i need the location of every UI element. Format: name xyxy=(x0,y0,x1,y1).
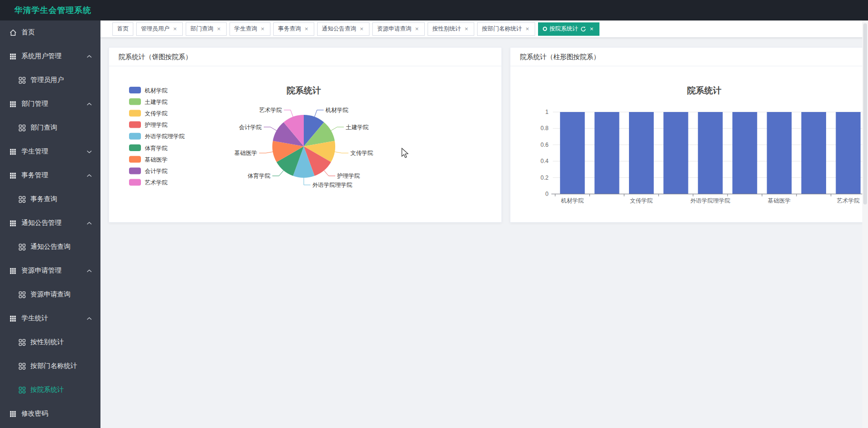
sidebar-item-label: 首页 xyxy=(21,28,100,37)
sidebar-item-system-user-management[interactable]: 系统用户管理 xyxy=(0,44,100,68)
tab-stats-by-gender[interactable]: 按性别统计× xyxy=(428,22,474,36)
grid-icon xyxy=(10,315,17,322)
grid-icon xyxy=(10,101,17,108)
pie-slice-label: 土建学院 xyxy=(346,124,369,131)
sidebar-item-notice-query[interactable]: 通知公告查询 xyxy=(0,235,100,259)
sidebar-item-label: 管理员用户 xyxy=(30,76,100,84)
bar[interactable] xyxy=(560,112,585,194)
bar[interactable] xyxy=(595,112,619,194)
bar[interactable] xyxy=(836,112,860,194)
tab-department-query[interactable]: 部门查询× xyxy=(186,22,227,36)
sidebar-item-label: 学生管理 xyxy=(21,147,87,156)
chevron-up-icon xyxy=(87,174,92,177)
tab-close-icon[interactable]: × xyxy=(259,26,266,32)
bar[interactable] xyxy=(698,112,723,194)
pie-slice-label: 会计学院 xyxy=(239,124,262,131)
pie-legend-item[interactable]: 体育学院 xyxy=(129,144,168,152)
bar[interactable] xyxy=(801,112,826,194)
svg-text:体育学院: 体育学院 xyxy=(145,145,168,152)
tab-label: 部门查询 xyxy=(190,25,213,33)
tab-close-icon[interactable]: × xyxy=(303,26,309,32)
pie-slice-label: 外语学院理学院 xyxy=(312,182,352,188)
pie-slice-label: 基础医学 xyxy=(234,150,257,156)
vertical-scrollbar[interactable] xyxy=(862,20,868,428)
sidebar-item-department-query[interactable]: 部门查询 xyxy=(0,116,100,140)
sidebar-item-home[interactable]: 首页 xyxy=(0,20,100,44)
tab-student-query[interactable]: 学生查询× xyxy=(229,22,270,36)
bar[interactable] xyxy=(767,112,792,194)
tab-close-icon[interactable]: × xyxy=(216,26,222,32)
tab-home[interactable]: 首页 xyxy=(112,22,133,36)
pie-chart[interactable]: 院系统计机材学院土建学院文传学院护理学院外语学院理学院体育学院基础医学会计学院艺… xyxy=(109,66,500,222)
grid-icon xyxy=(10,410,17,418)
sidebar-item-change-password[interactable]: 修改密码 xyxy=(0,402,100,426)
bar-x-tick-label: 艺术学院 xyxy=(837,197,859,204)
sidebar-item-label: 部门管理 xyxy=(21,100,87,108)
bar-y-tick-label: 0.2 xyxy=(540,174,549,181)
bar-y-tick-label: 1 xyxy=(545,109,549,115)
tab-admin-users[interactable]: 管理员用户× xyxy=(136,22,183,36)
sidebar-item-admin-users[interactable]: 管理员用户 xyxy=(0,68,100,92)
bar-x-tick-label: 外语学院理学院 xyxy=(690,197,730,204)
sidebar-item-stats-by-gender[interactable]: 按性别统计 xyxy=(0,330,100,354)
sidebar-item-notice-management[interactable]: 通知公告管理 xyxy=(0,211,100,235)
component-icon xyxy=(19,339,26,346)
bar[interactable] xyxy=(732,112,757,194)
sidebar-menu: 首页系统用户管理管理员用户部门管理部门查询学生管理事务管理事务查询通知公告管理通… xyxy=(0,20,100,426)
sidebar-item-resource-request-query[interactable]: 资源申请查询 xyxy=(0,283,100,306)
sidebar-item-student-management[interactable]: 学生管理 xyxy=(0,140,100,163)
svg-text:文传学院: 文传学院 xyxy=(145,110,168,117)
pie-legend-item[interactable]: 土建学院 xyxy=(129,98,168,105)
tab-stats-by-department[interactable]: 按部门名称统计× xyxy=(477,22,535,36)
pie-legend-item[interactable]: 基础医学 xyxy=(129,156,168,163)
component-icon xyxy=(19,196,26,203)
sidebar-item-label: 事务管理 xyxy=(21,171,87,180)
grid-icon xyxy=(10,148,17,155)
pie-legend-item[interactable]: 会计学院 xyxy=(129,167,168,174)
sidebar: 首页系统用户管理管理员用户部门管理部门查询学生管理事务管理事务查询通知公告管理通… xyxy=(0,20,100,428)
sidebar-item-label: 通知公告管理 xyxy=(21,219,87,227)
pie-legend-item[interactable]: 护理学院 xyxy=(129,122,168,129)
tab-close-icon[interactable]: × xyxy=(172,26,178,32)
pie-legend-item[interactable]: 机材学院 xyxy=(129,87,168,94)
bar-chart-card: 院系统计（柱形图按院系） 院系统计00.20.40.60.81机材学院文传学院外… xyxy=(510,47,868,223)
chevron-up-icon xyxy=(87,102,92,106)
tab-notice-query[interactable]: 通知公告查询× xyxy=(317,22,369,36)
sidebar-item-stats-by-department[interactable]: 按部门名称统计 xyxy=(0,354,100,378)
sidebar-item-stats-by-faculty[interactable]: 按院系统计 xyxy=(0,378,100,402)
tab-refresh-icon[interactable] xyxy=(580,26,586,32)
bar[interactable] xyxy=(629,112,654,194)
chevron-up-icon xyxy=(87,269,92,273)
pie-legend-item[interactable]: 外语学院理学院 xyxy=(129,133,185,140)
sidebar-item-department-management[interactable]: 部门管理 xyxy=(0,92,100,116)
component-icon xyxy=(19,387,26,394)
pie-legend-item[interactable]: 艺术学院 xyxy=(129,179,168,186)
sidebar-item-label: 按性别统计 xyxy=(30,338,100,346)
scrollbar-thumb[interactable] xyxy=(863,23,867,204)
grid-icon xyxy=(10,53,17,60)
svg-text:土建学院: 土建学院 xyxy=(145,99,168,105)
tab-stats-by-faculty[interactable]: 按院系统计× xyxy=(538,22,599,36)
tab-close-icon[interactable]: × xyxy=(414,26,420,32)
tab-close-icon[interactable]: × xyxy=(524,26,530,32)
svg-text:会计学院: 会计学院 xyxy=(145,168,168,174)
sidebar-item-affair-management[interactable]: 事务管理 xyxy=(0,163,100,187)
sidebar-item-student-statistics[interactable]: 学生统计 xyxy=(0,306,100,330)
tab-label: 首页 xyxy=(117,25,129,33)
pie-legend-item[interactable]: 文传学院 xyxy=(129,110,168,117)
tab-affair-query[interactable]: 事务查询× xyxy=(273,22,314,36)
sidebar-item-resource-request-management[interactable]: 资源申请管理 xyxy=(0,259,100,283)
tab-resource-request-query[interactable]: 资源申请查询× xyxy=(372,22,425,36)
pie-card-body: 院系统计机材学院土建学院文传学院护理学院外语学院理学院体育学院基础医学会计学院艺… xyxy=(109,66,501,222)
tab-label: 按性别统计 xyxy=(432,25,461,33)
tab-close-icon[interactable]: × xyxy=(463,26,469,32)
svg-text:护理学院: 护理学院 xyxy=(144,122,168,128)
bar-card-body: 院系统计00.20.40.60.81机材学院文传学院外语学院理学院基础医学艺术学… xyxy=(510,66,868,222)
bar-x-tick-label: 文传学院 xyxy=(630,197,653,204)
bar-y-tick-label: 0.4 xyxy=(540,158,549,164)
tab-close-icon[interactable]: × xyxy=(589,26,595,32)
bar[interactable] xyxy=(663,112,688,194)
sidebar-item-affair-query[interactable]: 事务查询 xyxy=(0,187,100,211)
tab-close-icon[interactable]: × xyxy=(359,26,365,32)
bar-chart[interactable]: 院系统计00.20.40.60.81机材学院文传学院外语学院理学院基础医学艺术学… xyxy=(510,66,868,222)
